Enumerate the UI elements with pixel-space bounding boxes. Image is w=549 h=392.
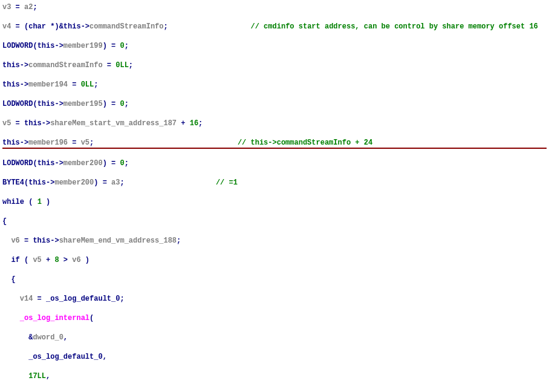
code-line: while ( 1 ) — [2, 197, 547, 207]
code-line: { — [2, 217, 547, 226]
code-line: v14 = _os_log_default_0; — [2, 294, 547, 304]
code-line: &dword_0, — [2, 333, 547, 342]
code-line: _os_log_internal( — [2, 313, 547, 323]
code-line: LODWORD(this->member200) = 0; — [2, 158, 547, 168]
comment: // =1 — [216, 178, 238, 187]
code-line: v3 = a2; — [2, 2, 547, 12]
code-line: _os_log_default_0, — [2, 352, 547, 362]
code-line: v6 = this->shareMem_end_vm_address_188; — [2, 236, 547, 246]
code-line: 17LL, — [2, 371, 547, 381]
code-line-highlighted: this->member196 = v5; // this->commandSt… — [2, 138, 547, 149]
decompiled-code-block: v3 = a2; v4 = (char *)&this->commandStre… — [2, 2, 547, 392]
code-line: this->commandStreamInfo = 0LL; — [2, 60, 547, 70]
code-line: this->member194 = 0LL; — [2, 80, 547, 90]
code-line: { — [2, 275, 547, 284]
comment: // this->commandStreamInfo + 24 — [238, 139, 372, 147]
code-line: if ( v5 + 8 > v6 ) — [2, 255, 547, 265]
comment: // cmdinfo start address, can be control… — [251, 22, 538, 31]
code-line: v5 = this->shareMem_start_vm_address_187… — [2, 119, 547, 128]
code-line: LODWORD(this->member199) = 0; — [2, 41, 547, 51]
code-line: v4 = (char *)&this->commandStreamInfo; /… — [2, 22, 547, 31]
code-line: LODWORD(this->member195) = 0; — [2, 99, 547, 109]
code-line: BYTE4(this->member200) = a3; // =1 — [2, 178, 547, 188]
